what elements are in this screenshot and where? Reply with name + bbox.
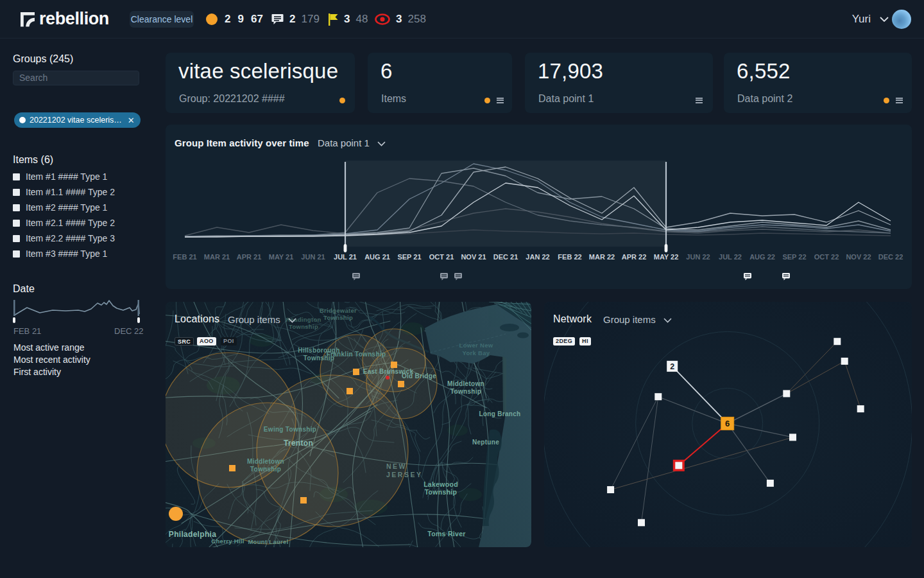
svg-text:Lakewood: Lakewood bbox=[424, 480, 458, 488]
svg-text:Cherry Hill: Cherry Hill bbox=[211, 538, 244, 545]
svg-text:Lower New: Lower New bbox=[459, 342, 493, 349]
svg-text:Philadelphia: Philadelphia bbox=[169, 530, 216, 539]
svg-text:Old Bridge: Old Bridge bbox=[402, 372, 436, 380]
svg-text:Neptune: Neptune bbox=[472, 439, 499, 446]
svg-text:Middletown: Middletown bbox=[247, 458, 284, 465]
svg-text:York Bay: York Bay bbox=[463, 349, 490, 356]
svg-text:Township: Township bbox=[323, 314, 353, 321]
svg-text:Mount Laurel: Mount Laurel bbox=[248, 538, 288, 545]
svg-text:Township: Township bbox=[425, 488, 458, 496]
svg-text:Middletown: Middletown bbox=[447, 380, 484, 387]
svg-text:Ewing Township: Ewing Township bbox=[264, 426, 316, 433]
svg-text:2: 2 bbox=[670, 362, 674, 371]
svg-text:Toms River: Toms River bbox=[427, 530, 465, 538]
svg-text:6: 6 bbox=[725, 419, 730, 428]
svg-text:Franklin Township: Franklin Township bbox=[327, 351, 386, 358]
svg-text:Township: Township bbox=[250, 466, 281, 473]
svg-text:Long Branch: Long Branch bbox=[479, 410, 521, 417]
svg-text:Bridgewater: Bridgewater bbox=[320, 307, 357, 314]
svg-text:Township: Township bbox=[450, 388, 481, 395]
svg-text:Trenton: Trenton bbox=[284, 439, 313, 448]
svg-text:NEW: NEW bbox=[386, 462, 407, 470]
svg-text:JERSEY: JERSEY bbox=[386, 471, 422, 478]
